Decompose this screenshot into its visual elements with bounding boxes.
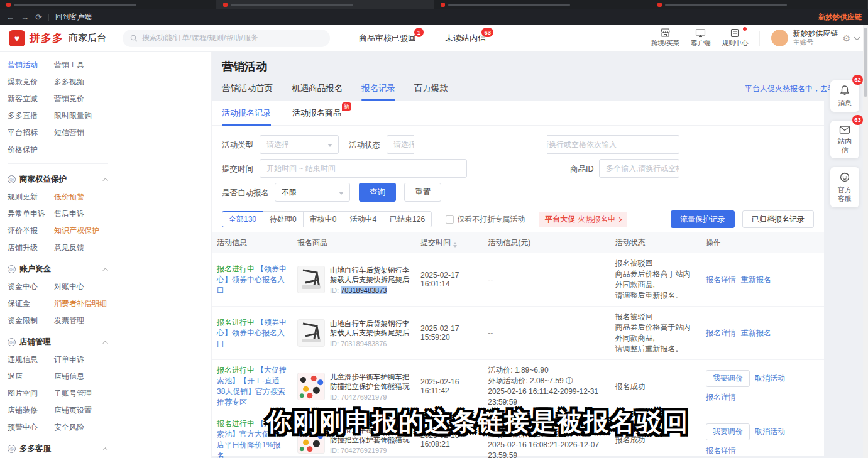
sidebar-group-header[interactable]: ◎商家权益保护 [8, 169, 108, 188]
browser-tab-active[interactable] [217, 0, 434, 9]
product-title[interactable]: 山地自行车后货架钢行李架载人后支架快拆尾架后车筐通用骑行装备 [330, 319, 410, 338]
sidebar-item-知识产权保护[interactable]: 知识产权保护 [54, 222, 114, 239]
sidebar-item-资金限制[interactable]: 资金限制 [8, 312, 54, 329]
sidebar-item-发票管理[interactable]: 发票管理 [54, 312, 114, 329]
adjust-price-button[interactable]: 我要调价 [706, 370, 750, 387]
browser-profile-name[interactable]: 新妙妙供应链 [818, 13, 862, 22]
sidebar-item-售后申诉[interactable]: 售后申诉 [54, 205, 114, 222]
product-title[interactable]: 儿童滑步平衡车护胸车把防撞把立保护套饰熊猫玩偶卡通公仔把手套 [330, 373, 410, 391]
rail-card-消息[interactable]: 62消息 [830, 80, 859, 112]
address-bar[interactable]: 回到客户端 [55, 13, 92, 22]
date-range-input[interactable]: 开始时间 ~ 结束时间 [260, 159, 467, 178]
sidebar-item-营销竞价[interactable]: 营销竞价 [54, 90, 114, 107]
pinduoduo-logo-icon[interactable]: ♥ [9, 30, 25, 46]
chevron-down-icon[interactable] [854, 34, 860, 40]
sidebar-item-店铺升级[interactable]: 店铺升级 [8, 239, 54, 256]
filter-chip-待处理0[interactable]: 待处理0 [263, 211, 304, 227]
sidebar-item-店铺信息[interactable]: 店铺信息 [54, 368, 114, 385]
sort-icon[interactable] [453, 242, 457, 248]
sidebar-item-安全风险[interactable]: 安全风险 [54, 419, 114, 436]
tab-营销活动首页[interactable]: 营销活动首页 [222, 83, 273, 101]
sidebar-group-header[interactable]: ◎多多客服 [8, 439, 108, 458]
sidebar-item-短信营销[interactable]: 短信营销 [54, 124, 114, 141]
op-link-报名详情[interactable]: 报名详情 [706, 328, 736, 339]
sidebar-item-评价举报[interactable]: 评价举报 [8, 222, 54, 239]
back-icon[interactable]: ← [6, 13, 14, 21]
product-image[interactable] [297, 373, 325, 400]
hot-promo-pill[interactable]: 平台大促 火热报名中 [539, 212, 627, 227]
sidebar-item-退店[interactable]: 退店 [8, 368, 54, 385]
op-link-报名详情[interactable]: 报名详情 [706, 392, 736, 403]
sidebar-item-对账中心[interactable]: 对账中心 [54, 278, 114, 295]
op-link-报名详情[interactable]: 报名详情 [706, 275, 736, 285]
unread-mail-link[interactable]: 未读站内信63 [445, 33, 486, 44]
product-image[interactable] [297, 319, 325, 347]
filter-chip-已结束126[interactable]: 已结束126 [383, 211, 432, 227]
op-link-报名详情[interactable]: 报名详情 [706, 445, 736, 456]
quick-link-client[interactable]: 客户端 [691, 28, 711, 48]
sidebar-item-爆款竞价[interactable]: 爆款竞价 [8, 74, 54, 90]
quick-link-crossborder[interactable]: 跨境/买菜 [651, 28, 679, 48]
browser-tab[interactable] [434, 0, 651, 9]
sidebar-item-营销活动[interactable]: 营销活动 [8, 57, 54, 74]
tab-机遇商品报名[interactable]: 机遇商品报名 [292, 83, 343, 101]
sidebar-item-营销工具[interactable]: 营销工具 [54, 57, 114, 74]
sidebar-item-意见反馈[interactable]: 意见反馈 [54, 239, 114, 256]
sidebar-item-规则更新[interactable]: 规则更新 [8, 188, 54, 205]
quick-link-rules[interactable]: 规则中心 [722, 28, 748, 48]
op-link-重新报名[interactable]: 重新报名 [741, 275, 771, 285]
sidebar-item-子账号管理[interactable]: 子账号管理 [54, 385, 114, 402]
sidebar-group-header[interactable]: ◎店铺管理 [8, 332, 108, 351]
account-avatar[interactable] [771, 30, 788, 46]
filter-chip-全部130[interactable]: 全部130 [222, 211, 263, 227]
subtab-活动报名商品[interactable]: 活动报名商品新 [292, 101, 341, 126]
subtab-活动报名记录[interactable]: 活动报名记录 [222, 101, 271, 126]
browser-scrollbar[interactable] [863, 25, 868, 458]
tab-报名记录[interactable]: 报名记录 [361, 83, 395, 101]
scrollbar-thumb[interactable] [864, 28, 867, 97]
sidebar-item-低价预警[interactable]: 低价预警 [54, 188, 114, 205]
op-link-重新报名[interactable]: 重新报名 [741, 328, 771, 339]
sidebar-item-订单申诉[interactable]: 订单申诉 [54, 351, 114, 368]
sidebar-item-新客立减[interactable]: 新客立减 [8, 90, 54, 107]
product-title[interactable]: 山地自行车后货架钢行李架载人后支架快拆尾架后车筐通用骑行装备 [330, 266, 410, 285]
browser-tab[interactable] [651, 0, 868, 9]
sidebar-item-图片空间[interactable]: 图片空间 [8, 385, 54, 402]
product-image[interactable] [297, 266, 325, 293]
sidebar-item-违规信息[interactable]: 违规信息 [8, 351, 54, 368]
only-exclusive-checkbox[interactable]: 仅看不打折专属活动 [446, 214, 525, 225]
sidebar-item-资金中心[interactable]: 资金中心 [8, 278, 54, 295]
sidebar-item-店铺装修[interactable]: 店铺装修 [8, 402, 54, 419]
global-search-input[interactable]: 搜索功能/订单/课程/规则/帮助/服务 [123, 30, 330, 47]
browser-tab[interactable] [0, 0, 217, 9]
forward-icon[interactable]: → [21, 13, 29, 21]
archived-records-button[interactable]: 已归档报名记录 [742, 210, 814, 228]
sidebar-item-预警中心[interactable]: 预警中心 [8, 419, 54, 436]
sidebar-item-多多直播[interactable]: 多多直播 [8, 107, 54, 124]
rail-card-官方客服[interactable]: 官方客服 [830, 167, 859, 207]
product-id-input[interactable]: 多个输入,请换行或空格依次输入 [599, 159, 679, 178]
filter-chip-审核中0[interactable]: 审核中0 [303, 211, 344, 227]
filter-chip-活动中4[interactable]: 活动中4 [343, 211, 383, 227]
auto-signup-select[interactable]: 不限 [275, 183, 350, 202]
tab-百万爆款[interactable]: 百万爆款 [414, 83, 448, 101]
reload-icon[interactable]: ⟳ [35, 13, 42, 21]
op-link-取消活动[interactable]: 取消活动 [755, 373, 785, 384]
traffic-protection-button[interactable]: 流量保护记录 [671, 210, 735, 228]
sidebar-item-消费者补偿明细[interactable]: 消费者补偿明细 [54, 295, 114, 312]
reset-button[interactable]: 重置 [404, 183, 441, 202]
query-button[interactable]: 查询 [359, 183, 396, 202]
rail-card-站内信[interactable]: 63站内信 [830, 121, 859, 159]
sidebar-item-保证金[interactable]: 保证金 [8, 295, 54, 312]
sidebar-item-平台招标[interactable]: 平台招标 [8, 124, 54, 141]
op-link-取消活动[interactable]: 取消活动 [755, 427, 785, 437]
activity-id-input[interactable]: 入请换行或空格依次输入 [527, 135, 679, 154]
sidebar-item-价格保护[interactable]: 价格保护 [8, 141, 54, 158]
adjust-price-button[interactable]: 我要调价 [706, 423, 750, 440]
sidebar-item-多多视频[interactable]: 多多视频 [54, 74, 114, 90]
gear-icon[interactable]: ⚙ [842, 33, 850, 43]
audit-rejected-link[interactable]: 商品审核已驳回1 [359, 33, 416, 44]
sidebar-group-header[interactable]: ◎账户资金 [8, 259, 108, 278]
sidebar-item-限时限量购[interactable]: 限时限量购 [54, 107, 114, 124]
activity-type-select[interactable]: 请选择 [260, 135, 339, 154]
